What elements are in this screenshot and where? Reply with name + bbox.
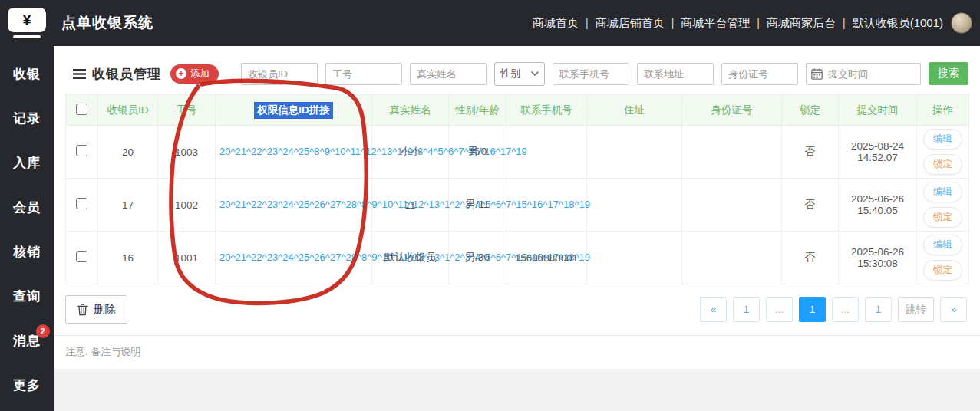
logo-underline (13, 35, 41, 38)
sidebar-item-redeem[interactable]: 核销 (0, 229, 54, 274)
sidebar-item-records[interactable]: 记录 (0, 96, 54, 140)
row-checkbox[interactable] (76, 198, 87, 209)
page-button-last[interactable]: 1 (865, 297, 892, 322)
list-icon (73, 68, 86, 80)
column-header-id-card: 身份证号 (682, 95, 782, 126)
sidebar-item-more[interactable]: 更多 (0, 363, 54, 407)
page-title: 收银员管理 (92, 65, 161, 83)
table-row: 16 1001 20^21^22^23^24^25^26^27^28^8^9^1… (66, 232, 969, 284)
page-ellipsis: ... (832, 297, 859, 322)
lock-button[interactable]: 锁定 (923, 260, 962, 281)
nav-separator: | (671, 17, 675, 29)
search-button[interactable]: 搜索 (929, 62, 968, 85)
main-content: 收银员管理 + 添加 性别 (54, 46, 980, 411)
column-header-phone: 联系手机号 (506, 95, 587, 126)
sidebar-item-label: 更多 (13, 376, 41, 394)
page-button-current[interactable]: 1 (799, 297, 826, 322)
sidebar-item-label: 记录 (13, 110, 41, 127)
cell-locked: 否 (782, 232, 839, 284)
cell-phone: 15688880001 (506, 232, 587, 284)
toolbar: 收银员管理 + 添加 性别 (65, 62, 968, 85)
cell-cashier-id: 20 (98, 126, 158, 179)
cell-submit-time: 2025-06-26 15:30:08 (839, 232, 917, 284)
cell-permissions[interactable]: 20^21^22^23^24^25^26^27^28^8^9^10^11^12^… (216, 232, 372, 284)
note-bar: 注意: 备注与说明 (54, 335, 980, 369)
nav-separator: | (843, 17, 846, 29)
cell-job-no: 1001 (158, 232, 216, 284)
gender-select[interactable]: 性别 (494, 62, 545, 86)
chevron-down-icon (531, 71, 539, 76)
sidebar-item-inbound[interactable]: 入库 (0, 140, 54, 185)
row-checkbox[interactable] (76, 145, 87, 156)
cell-cashier-id: 16 (98, 232, 158, 284)
cell-id-card (682, 126, 782, 179)
sidebar-item-messages[interactable]: 消息 2 (0, 318, 54, 363)
table-header-row: 收银员ID 工号 权限信息ID拼接 真实姓名 性别/年龄 联系手机号 住址 身份… (66, 95, 969, 126)
sidebar-item-query[interactable]: 查询 (0, 274, 54, 318)
cell-permissions[interactable]: 20^21^22^23^24^25^26^27^28^8^9^10^11^12^… (216, 179, 372, 232)
nav-link-platform-admin[interactable]: 商城平台管理 (681, 16, 750, 31)
cell-address (587, 232, 682, 284)
select-all-cell (66, 95, 98, 126)
select-all-checkbox[interactable] (76, 104, 87, 115)
nav-link-mall-home[interactable]: 商城首页 (533, 16, 579, 31)
delete-button-label: 删除 (94, 302, 116, 317)
add-button-label: 添加 (190, 67, 210, 81)
row-checkbox[interactable] (76, 251, 87, 262)
edit-button[interactable]: 编辑 (923, 182, 962, 202)
id-card-input[interactable] (721, 63, 798, 85)
nav-link-shop-home[interactable]: 商城店铺首页 (596, 16, 665, 31)
filter-bar: 性别 搜索 (241, 62, 968, 86)
lock-button[interactable]: 锁定 (923, 207, 962, 228)
lock-button[interactable]: 锁定 (923, 154, 962, 175)
cell-job-no: 1003 (158, 126, 216, 179)
cell-job-no: 1002 (158, 179, 216, 232)
pagination: « 1 ... 1 ... 1 跳转 » (700, 297, 967, 322)
cell-permissions[interactable]: 20^21^22^23^24^25^8^9^10^11^12^13^1^2^3^… (216, 126, 372, 179)
real-name-input[interactable] (410, 63, 487, 85)
selected-text-highlight: 权限信息ID拼接 (254, 102, 333, 119)
nav-separator: | (586, 17, 589, 29)
trash-icon (77, 304, 88, 316)
message-count-badge: 2 (36, 324, 50, 338)
sidebar-item-members[interactable]: 会员 (0, 185, 54, 229)
page-prev-button[interactable]: « (700, 297, 727, 322)
app-logo: ¥ (0, 8, 54, 38)
column-header-real-name: 真实姓名 (372, 95, 449, 126)
edit-button[interactable]: 编辑 (923, 235, 962, 255)
cell-cashier-id: 17 (98, 179, 158, 232)
cell-submit-time: 2025-06-26 15:40:05 (839, 179, 917, 232)
plus-icon: + (176, 68, 186, 79)
cell-locked: 否 (782, 179, 839, 232)
user-avatar[interactable] (951, 12, 972, 34)
edit-button[interactable]: 编辑 (923, 129, 962, 150)
phone-input[interactable] (553, 63, 629, 85)
column-header-permissions: 权限信息ID拼接 (216, 95, 372, 126)
page-jump-input[interactable]: 跳转 (898, 297, 934, 322)
nav-link-current-user[interactable]: 默认收银员(1001) (853, 16, 943, 31)
page-next-button[interactable]: » (940, 297, 967, 322)
nav-separator: | (757, 17, 760, 29)
cell-id-card (682, 232, 782, 284)
delete-button[interactable]: 删除 (65, 295, 127, 324)
page-button-first[interactable]: 1 (733, 297, 760, 322)
cell-address (587, 126, 682, 179)
top-nav: 商城首页 | 商城店铺首页 | 商城平台管理 | 商城商家后台 | 默认收银员(… (533, 12, 972, 34)
address-input[interactable] (637, 63, 714, 85)
cell-actions: 编辑 锁定 (917, 126, 969, 179)
nav-link-merchant-backend[interactable]: 商城商家后台 (767, 16, 836, 31)
sidebar-item-cashier[interactable]: 收银 (0, 51, 54, 96)
column-header-address: 住址 (587, 95, 682, 126)
add-button[interactable]: + 添加 (170, 64, 219, 84)
sidebar-item-label: 入库 (13, 154, 41, 172)
submit-time-input[interactable] (806, 63, 921, 85)
app-title: 点单收银系统 (61, 13, 153, 33)
cashier-management-panel: 收银员管理 + 添加 性别 (54, 46, 980, 335)
column-header-submit-time: 提交时间 (839, 95, 917, 126)
sidebar-nav: 收银 记录 入库 会员 核销 查询 消息 2 更多 (0, 46, 54, 411)
column-header-locked: 锁定 (782, 95, 839, 126)
cashier-id-input[interactable] (241, 63, 318, 85)
note-text: 注意: 备注与说明 (65, 346, 140, 357)
table-row: 20 1003 20^21^22^23^24^25^8^9^10^11^12^1… (66, 126, 969, 179)
job-no-input[interactable] (325, 63, 402, 85)
